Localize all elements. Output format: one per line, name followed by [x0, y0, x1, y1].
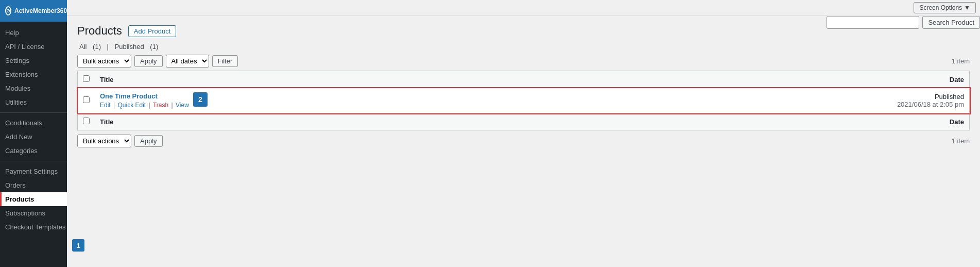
- sidebar-item-products[interactable]: Products: [0, 192, 67, 206]
- sidebar-item-help[interactable]: Help: [0, 26, 67, 40]
- sidebar-logo-label: ActiveMember360: [14, 7, 67, 14]
- main-content: Screen Options ▼ Products Add Product Se…: [67, 0, 980, 267]
- filter-published-link[interactable]: Published (1): [113, 43, 161, 51]
- page-header: Products Add Product Search Product: [77, 24, 970, 38]
- row-date: 2021/06/18 at 2:05 pm: [897, 101, 964, 108]
- col-title-footer: Title: [95, 113, 867, 130]
- row-checkbox[interactable]: [83, 96, 90, 103]
- table-header-row: Title Date: [78, 71, 970, 88]
- sidebar-badge-1: 1: [72, 239, 84, 252]
- row-action-edit[interactable]: Edit: [100, 102, 111, 109]
- filter-separator: |: [107, 43, 111, 51]
- row-action-trash[interactable]: Trash: [153, 102, 168, 109]
- col-checkbox-footer: [78, 113, 95, 130]
- logo-icon: ⊙: [5, 6, 11, 15]
- col-checkbox-header: [78, 71, 95, 88]
- col-date-footer: Date: [867, 113, 970, 130]
- sidebar-item-categories[interactable]: Categories: [0, 144, 67, 158]
- screen-options-label: Screen Options: [919, 4, 962, 11]
- row-title-cell: One Time Product Edit | Quick Edit | Tra…: [95, 88, 867, 113]
- divider-2: [0, 161, 67, 161]
- product-name-container: One Time Product Edit | Quick Edit | Tra…: [100, 92, 189, 109]
- divider-1: [0, 112, 67, 113]
- sidebar-item-api-license[interactable]: API / License: [0, 40, 67, 54]
- product-badge: 2: [193, 92, 208, 107]
- sidebar-item-modules[interactable]: Modules: [0, 81, 67, 95]
- filter-button[interactable]: Filter: [212, 55, 238, 67]
- search-bar: Search Product: [827, 16, 980, 29]
- sidebar-item-settings[interactable]: Settings: [0, 54, 67, 68]
- filter-all-link[interactable]: All (1): [77, 43, 103, 51]
- sidebar-item-orders[interactable]: Orders: [0, 178, 67, 192]
- row-date-cell: Published 2021/06/18 at 2:05 pm: [867, 88, 970, 113]
- search-input[interactable]: [827, 16, 919, 29]
- add-product-button[interactable]: Add Product: [128, 25, 177, 37]
- product-cell-inner: One Time Product Edit | Quick Edit | Tra…: [100, 92, 862, 109]
- bulk-actions-select-top[interactable]: Bulk actions: [77, 55, 131, 68]
- sidebar-navigation: Help API / License Settings Extensions M…: [0, 22, 67, 267]
- select-all-checkbox-bottom[interactable]: [83, 118, 90, 124]
- sidebar-logo[interactable]: ⊙ ActiveMember360: [0, 0, 67, 22]
- table-row: One Time Product Edit | Quick Edit | Tra…: [78, 88, 970, 113]
- col-title-header: Title: [95, 71, 867, 88]
- row-actions: Edit | Quick Edit | Trash | View: [100, 102, 189, 109]
- toolbar-bottom: Bulk actions Apply 1 item: [77, 135, 970, 147]
- row-status: Published: [872, 93, 965, 101]
- row-action-view[interactable]: View: [176, 102, 189, 109]
- sidebar-item-conditionals[interactable]: Conditionals: [0, 116, 67, 130]
- apply-button-top[interactable]: Apply: [134, 55, 163, 67]
- sidebar-item-checkout-templates[interactable]: Checkout Templates: [0, 220, 67, 234]
- search-product-button[interactable]: Search Product: [922, 16, 980, 29]
- sidebar-item-extensions[interactable]: Extensions: [0, 68, 67, 81]
- sidebar-item-add-new[interactable]: Add New: [0, 130, 67, 144]
- action-sep-1: |: [113, 102, 116, 109]
- filter-tabs: All (1) | Published (1): [77, 43, 970, 51]
- apply-button-bottom[interactable]: Apply: [134, 135, 163, 147]
- sidebar-item-utilities[interactable]: Utilities: [0, 95, 67, 109]
- topbar: Screen Options ▼: [67, 0, 980, 16]
- page-content: Products Add Product Search Product All …: [67, 16, 980, 267]
- row-checkbox-cell: [78, 88, 95, 113]
- item-count-top: 1 item: [952, 57, 970, 65]
- screen-options-button[interactable]: Screen Options ▼: [914, 2, 976, 13]
- product-name-link[interactable]: One Time Product: [100, 92, 158, 100]
- table-footer-row: Title Date: [78, 113, 970, 130]
- sidebar-item-subscriptions[interactable]: Subscriptions: [0, 206, 67, 220]
- screen-options-arrow-icon: ▼: [964, 4, 970, 11]
- all-dates-select[interactable]: All dates: [166, 55, 209, 68]
- action-sep-2: |: [149, 102, 152, 109]
- action-sep-3: |: [171, 102, 175, 109]
- row-action-quick-edit[interactable]: Quick Edit: [117, 102, 146, 109]
- select-all-checkbox-top[interactable]: [83, 75, 90, 82]
- item-count-bottom: 1 item: [952, 137, 970, 145]
- page-title: Products: [77, 24, 122, 38]
- col-date-header: Date: [867, 71, 970, 88]
- sidebar-item-payment-settings[interactable]: Payment Settings: [0, 164, 67, 178]
- products-table: Title Date One Time Product: [77, 71, 970, 130]
- toolbar-top: Bulk actions Apply All dates Filter 1 it…: [77, 55, 970, 68]
- sidebar: ⊙ ActiveMember360 Help API / License Set…: [0, 0, 67, 267]
- bulk-actions-select-bottom[interactable]: Bulk actions: [77, 135, 131, 147]
